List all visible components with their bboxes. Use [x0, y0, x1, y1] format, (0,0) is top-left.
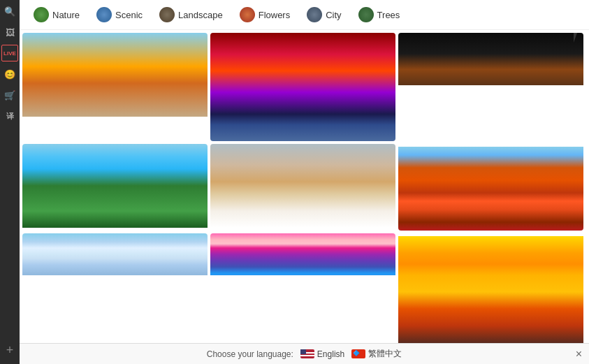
- image-card-2[interactable]: [210, 33, 395, 141]
- main-content: Nature Scenic Landscape Flowers City Tre…: [20, 0, 589, 364]
- tab-landscape-label: Landscape: [178, 10, 223, 20]
- image-grid-area[interactable]: [20, 30, 589, 364]
- landscape-tab-icon: [159, 7, 175, 22]
- tab-trees-label: Trees: [377, 10, 400, 20]
- lang-bar-close[interactable]: ×: [576, 348, 582, 361]
- tab-flowers[interactable]: Flowers: [233, 4, 298, 25]
- lang-english-label: English: [317, 349, 344, 359]
- lang-chinese-label: 繁體中文: [368, 348, 402, 360]
- image-card-7[interactable]: [22, 233, 208, 348]
- image-grid: [22, 33, 583, 348]
- trees-tab-icon: [358, 7, 374, 22]
- live-icon[interactable]: LIVE: [1, 45, 18, 61]
- lang-bar-label: Choose your language:: [207, 349, 293, 359]
- image-6: [398, 147, 583, 231]
- add-icon[interactable]: +: [1, 342, 18, 358]
- image-1: [22, 33, 208, 117]
- translate-icon[interactable]: 译: [1, 108, 18, 124]
- image-card-5[interactable]: [210, 144, 395, 231]
- image-card-4[interactable]: [22, 144, 208, 231]
- lang-option-chinese[interactable]: 繁體中文: [351, 348, 402, 360]
- tab-city[interactable]: City: [300, 4, 348, 25]
- image-5: [210, 144, 395, 228]
- image-7: [22, 233, 208, 275]
- tab-landscape[interactable]: Landscape: [152, 4, 230, 25]
- flag-english: [300, 349, 314, 358]
- nature-tab-icon: [34, 7, 49, 22]
- tab-scenic-label: Scenic: [115, 10, 143, 20]
- category-tabs: Nature Scenic Landscape Flowers City Tre…: [20, 0, 589, 30]
- image-2: [210, 33, 395, 141]
- scenic-tab-icon: [96, 7, 112, 22]
- search-icon[interactable]: 🔍: [1, 3, 18, 20]
- image-card-8[interactable]: [210, 233, 395, 348]
- tab-trees[interactable]: Trees: [351, 4, 407, 25]
- sidebar: 🔍 🖼 LIVE 😊 🛒 译 +: [0, 0, 20, 364]
- flowers-tab-icon: [240, 7, 255, 22]
- photo-icon[interactable]: 🖼: [1, 24, 18, 41]
- image-8: [210, 233, 395, 275]
- tab-nature-label: Nature: [52, 10, 80, 20]
- flag-chinese: [351, 349, 365, 358]
- image-card-6[interactable]: [398, 144, 583, 231]
- tab-flowers-label: Flowers: [259, 10, 291, 20]
- tab-city-label: City: [326, 10, 341, 20]
- image-4: [22, 144, 208, 228]
- cart-icon[interactable]: 🛒: [1, 87, 18, 103]
- tab-nature[interactable]: Nature: [27, 4, 87, 25]
- image-card-3[interactable]: [398, 33, 583, 141]
- city-tab-icon: [307, 7, 322, 22]
- image-9: [398, 236, 583, 348]
- lang-option-english[interactable]: English: [300, 349, 344, 359]
- image-card-1[interactable]: [22, 33, 208, 141]
- tab-scenic[interactable]: Scenic: [89, 4, 150, 25]
- image-card-9[interactable]: [398, 233, 583, 348]
- smiley-icon[interactable]: 😊: [1, 66, 18, 82]
- image-3: [398, 33, 583, 85]
- language-bar: Choose your language: English 繁體中文 ×: [20, 343, 589, 364]
